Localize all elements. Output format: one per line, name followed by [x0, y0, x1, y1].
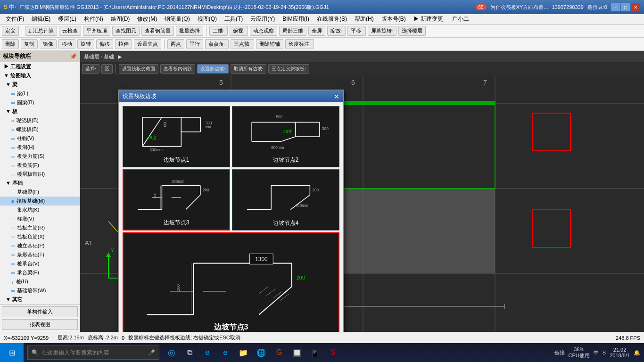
menu-version[interactable]: 版本号(B) — [378, 14, 410, 24]
report-view-button[interactable]: 报表视图 — [2, 319, 78, 330]
nav-floor-band[interactable]: ═ 楼层板带(H) — [0, 170, 80, 179]
two-point-button[interactable]: 两点 — [167, 39, 184, 49]
2d-view-button[interactable]: 二维· — [209, 26, 228, 36]
nav-beam-category[interactable]: ▼ 梁 — [0, 80, 80, 89]
region-button[interactable]: 区 — [101, 64, 113, 74]
length-mark-button[interactable]: 长度标注· — [285, 39, 314, 49]
delete-aux-button[interactable]: 删除辅轴 — [256, 39, 283, 49]
set-raft-section-button[interactable]: 设置筏板变截面 — [119, 64, 158, 74]
nav-cast-slab[interactable]: ≈ 现浇板(B) — [0, 116, 80, 125]
slope-node-2[interactable]: 45变 500 300 600mm 边坡节点2 — [232, 106, 339, 167]
parallel-button[interactable]: 平行 — [186, 39, 203, 49]
stretch-button[interactable]: 拉伸 — [115, 39, 132, 49]
nav-slab-category[interactable]: ▼ 板 — [0, 107, 80, 116]
align-slab-button[interactable]: 平齐板顶 — [83, 26, 110, 36]
nav-pile[interactable]: ↓ 桩(U) — [0, 277, 80, 286]
menu-edit[interactable]: 编辑(E) — [28, 14, 54, 24]
taskbar-cortana[interactable]: ◎ — [163, 344, 180, 361]
taskbar-ggj[interactable]: S — [324, 344, 341, 361]
three-point-axis-button[interactable]: 三点轴· — [231, 39, 254, 49]
menu-modify[interactable]: 修改(M) — [133, 14, 161, 24]
minimize-button[interactable]: － — [611, 3, 620, 11]
sum-calc-button[interactable]: Σ 汇总计算 — [25, 26, 57, 36]
nav-slab-rebar[interactable]: ═ 板受力筋(S) — [0, 152, 80, 161]
cad-canvas[interactable]: 5 6 7 A1 5750 — [80, 75, 644, 332]
nav-slab-hole[interactable]: ═ 板洞(H) — [0, 143, 80, 152]
three-point-slope-button[interactable]: 三点定义斜坡板· — [268, 64, 309, 74]
rotate-button[interactable]: 屏幕旋转· — [368, 26, 396, 36]
nav-indep-found[interactable]: ═ 独立基础(P) — [0, 241, 80, 250]
taskbar-internet[interactable]: 🌐 — [253, 344, 270, 361]
nav-pit[interactable]: ═ 集水坑(K) — [0, 206, 80, 214]
taskbar-app3[interactable]: 🔲 — [289, 344, 305, 361]
select-button[interactable]: 选择· — [82, 64, 99, 74]
nav-col-pier[interactable]: ═ 柱墩(V) — [0, 214, 80, 223]
nav-raft-main-rebar[interactable]: ═ 筏板主筋(R) — [0, 223, 80, 232]
nav-slab-neg-rebar[interactable]: ═ 板负筋(F) — [0, 161, 80, 170]
fullscreen-button[interactable]: 全屏 — [308, 26, 325, 36]
menu-gxiaoer[interactable]: 广小二 — [448, 14, 473, 24]
taskbar-edge[interactable]: e — [199, 344, 216, 361]
menu-draw[interactable]: 绘图(D) — [107, 14, 134, 24]
view-rebar-button[interactable]: 查看钢筋量 — [141, 26, 174, 36]
nav-pile-cap[interactable]: ═ 桩承台(V) — [0, 259, 80, 268]
taskbar-task-view[interactable]: ⧉ — [181, 344, 198, 361]
single-component-button[interactable]: 单构件输入 — [2, 306, 78, 317]
nav-found-wall-band[interactable]: ═ 基础墙带(W) — [0, 286, 80, 295]
copy-button[interactable]: 复制 — [21, 39, 38, 49]
menu-cloud[interactable]: 云应用(Y) — [247, 14, 279, 24]
move-button[interactable]: 移动 — [58, 39, 75, 49]
define-button[interactable]: 定义 — [2, 26, 19, 36]
menu-tools[interactable]: 工具(T) — [221, 14, 247, 24]
mirror-button[interactable]: 镜像 — [40, 39, 57, 49]
menu-online[interactable]: 在线服务(S) — [313, 14, 351, 24]
menu-view[interactable]: 视图(Q) — [194, 14, 221, 24]
taskbar-app2[interactable]: G — [271, 344, 288, 361]
pan-button[interactable]: 平移· — [347, 26, 366, 36]
nav-foundation-category[interactable]: ▼ 基础 — [0, 179, 80, 188]
menu-newchange[interactable]: ▶ 新建变更· — [410, 14, 449, 24]
cloud-check-button[interactable]: 云检查 — [59, 26, 81, 36]
point-angle-button[interactable]: 点点角· — [205, 39, 229, 49]
nav-drawing-input[interactable]: ▼ 绘图输入 — [0, 71, 80, 80]
rotate-edit-button[interactable]: 旋转 — [77, 39, 94, 49]
cancel-all-slopes-button[interactable]: 取消所有边坡· — [231, 64, 267, 74]
menu-file[interactable]: 文件(F) — [2, 14, 28, 24]
taskbar-explorer[interactable]: 📁 — [235, 344, 252, 361]
nav-found-beam[interactable]: ═ 基础梁(F) — [0, 188, 80, 197]
taskbar-search[interactable]: 🔍 在这里输入你要搜索的内容 🎤 — [27, 346, 159, 360]
top-view-button[interactable]: 俯视· — [230, 26, 248, 36]
nav-column-cap[interactable]: ═ 柱帽(V) — [0, 134, 80, 143]
dialog-close-button[interactable]: ✕ — [334, 93, 339, 100]
nav-raft-found[interactable]: ■ 筏板基础(M) — [0, 197, 80, 206]
slope-node-1[interactable]: 45度 500mm 300 mm 600 边坡节点1 — [123, 106, 230, 167]
menu-help[interactable]: 帮助(H) — [351, 14, 378, 24]
menu-rebar[interactable]: 钢筋量(Q) — [161, 14, 193, 24]
menu-bim[interactable]: BIM应用(I) — [279, 14, 313, 24]
notification-icon[interactable]: 🔔 — [634, 350, 640, 356]
slope-node-4[interactable]: 300mm 200 边坡节点4 — [232, 169, 339, 230]
clock-display[interactable]: 21:02 2018/8/1 — [610, 347, 630, 358]
nav-spiral-slab[interactable]: ≈ 螺旋板(B) — [0, 125, 80, 134]
delete-button[interactable]: 删除 — [2, 39, 19, 49]
select-floor-button[interactable]: 选择楼层 — [398, 26, 426, 36]
view-slab-rebar-button[interactable]: 查看板内钢筋 — [160, 64, 195, 74]
menu-component[interactable]: 构件(N) — [80, 14, 107, 24]
set-grip-button[interactable]: 设置夹点 — [134, 39, 161, 49]
set-multi-slope-button[interactable]: 设置多边坡· — [197, 64, 229, 74]
local-3d-button[interactable]: 局部三维 — [279, 26, 306, 36]
dynamic-view-button[interactable]: 动态观察 — [250, 26, 277, 36]
taskbar-app4[interactable]: 📱 — [306, 344, 323, 361]
nav-ring-beam[interactable]: ═ 圈梁(B) — [0, 98, 80, 107]
taskbar-edge2[interactable]: e — [217, 344, 234, 361]
batch-select-button[interactable]: 批量选择 — [176, 26, 203, 36]
maximize-button[interactable]: □ — [621, 3, 630, 11]
slope-node-3[interactable]: 300mm 200 200 边坡节点3 — [123, 169, 230, 230]
find-element-button[interactable]: 查找图元 — [112, 26, 140, 36]
nav-beam[interactable]: ═ 梁(L) — [0, 89, 80, 98]
nav-project-settings[interactable]: ▶ 工程设置 — [0, 62, 80, 71]
start-button[interactable]: ⊞ — [0, 343, 24, 362]
nav-strip-found[interactable]: ═ 条形基础(T) — [0, 250, 80, 259]
nav-cap-beam[interactable]: ═ 承台梁(F) — [0, 268, 80, 277]
nav-other-category[interactable]: ▼ 其它 — [0, 295, 80, 304]
